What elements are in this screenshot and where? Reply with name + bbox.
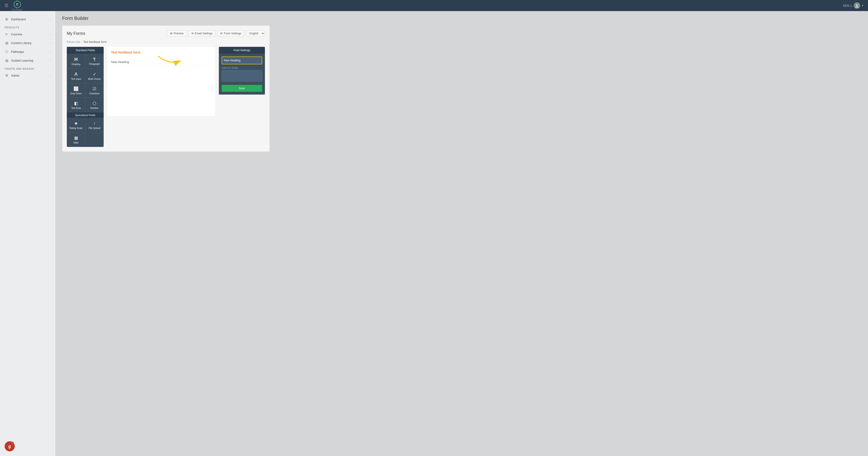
field-item-checkbox[interactable]: ☑ Checkbox	[85, 83, 104, 98]
svg-point-3	[855, 6, 859, 8]
chevron-right-icon: ›	[50, 59, 51, 62]
products-section-label: Products	[0, 24, 55, 30]
sidebar-item-dashboard[interactable]: ⊞ Dashboard ›	[0, 15, 55, 24]
number-field-icon: ⬡	[93, 101, 96, 106]
chevron-right-icon: ›	[50, 74, 51, 77]
table-row: New Heading	[111, 58, 212, 66]
sidebar-item-label: Courses	[11, 32, 22, 36]
email-icon: ✉	[191, 32, 194, 35]
pathways-icon: ⬡	[5, 50, 9, 54]
form-content-area: Standard Fields H Heading ¶ Paragraph A	[67, 47, 265, 147]
chevron-right-icon: ›	[50, 50, 51, 53]
field-settings-header: Field Settings	[219, 47, 265, 54]
field-item-file-upload[interactable]: ↑ File Upload	[85, 118, 104, 133]
sidebar-item-guided-learning[interactable]: ▤ Guided Learning ›	[0, 56, 55, 65]
admin-icon: ⚙	[5, 73, 9, 78]
chevron-right-icon: ›	[50, 33, 51, 35]
preview-icon: 🖥	[170, 32, 173, 35]
specialised-fields-grid: ★ Rating Scale ↑ File Upload ▦ Date	[67, 118, 104, 147]
breadcrumb-separator: /	[81, 40, 82, 44]
logo: C Censeo	[12, 0, 23, 11]
field-item-rating-scale[interactable]: ★ Rating Scale	[67, 118, 85, 133]
language-select[interactable]: English	[246, 30, 265, 37]
standard-fields-grid: H Heading ¶ Paragraph A Text Input ✓	[67, 54, 104, 112]
drop-down-field-icon: ⬜	[73, 86, 79, 91]
standard-fields-header: Standard Fields	[67, 47, 104, 54]
app-body: ⊞ Dashboard › Products ✏ Courses › ▤ Con…	[0, 11, 868, 456]
field-item-paragraph[interactable]: ¶ Paragraph	[85, 54, 104, 68]
sidebar-item-pathways[interactable]: ⬡ Pathways ›	[0, 47, 55, 56]
field-item-drop-down[interactable]: ⬜ Drop Down	[67, 83, 85, 98]
field-item-heading[interactable]: H Heading	[67, 54, 85, 68]
gruntify-notification-dot	[11, 442, 14, 445]
breadcrumb-current: Test feedback form	[83, 40, 106, 44]
sidebar-item-label: Content Library	[11, 41, 32, 45]
nav-right: EDS 1 ▾	[843, 2, 863, 9]
chevron-right-icon: ›	[50, 18, 51, 21]
heading-field-icon: H	[74, 57, 78, 62]
main-content: Form Builder My Forms 🖥 Preview ✉ Email …	[55, 11, 868, 456]
rating-scale-field-icon: ★	[74, 121, 78, 126]
top-navigation: ☰ C Censeo EDS 1 ▾	[0, 0, 868, 11]
breadcrumb-forms-list[interactable]: Forms List	[67, 40, 80, 44]
sidebar-item-courses[interactable]: ✏ Courses ›	[0, 30, 55, 38]
form-settings-button[interactable]: ⚙ Form Settings	[217, 30, 244, 37]
form-title: My Forms	[67, 31, 85, 36]
field-settings-panel: Field Settings Label for Tooltip Save	[219, 47, 265, 94]
file-upload-field-icon: ↑	[94, 121, 96, 126]
content-library-icon: ▤	[5, 41, 9, 45]
tooltip-label: Label for Tooltip	[222, 67, 262, 69]
page-title: Form Builder	[62, 16, 861, 21]
sidebar-item-label: Admin	[11, 74, 20, 77]
avatar[interactable]	[854, 2, 860, 9]
form-canvas: Test feedback form New Heading	[107, 47, 215, 116]
save-button[interactable]: Save	[222, 85, 262, 92]
field-label-input[interactable]	[222, 57, 262, 64]
field-settings-body: Label for Tooltip Save	[219, 54, 265, 94]
svg-point-2	[856, 4, 858, 6]
form-name-label: Test feedback form	[111, 51, 212, 54]
text-input-field-icon: A	[74, 72, 78, 77]
logo-icon: C	[13, 0, 21, 8]
form-header: My Forms 🖥 Preview ✉ Email Settings ⚙ Fo…	[67, 30, 265, 37]
canvas-and-settings: Test feedback form New Heading	[107, 47, 265, 147]
sidebar-item-admin[interactable]: ⚙ Admin ›	[0, 71, 55, 80]
gruntify-badge[interactable]: g	[5, 441, 15, 451]
preview-button[interactable]: 🖥 Preview	[167, 30, 187, 37]
hamburger-menu-icon[interactable]: ☰	[5, 3, 8, 8]
create-manage-section-label: Create and Manage	[0, 65, 55, 71]
chevron-right-icon: ›	[50, 41, 51, 44]
dashboard-icon: ⊞	[5, 17, 9, 21]
nav-left: ☰ C Censeo	[5, 0, 23, 11]
guided-learning-icon: ▤	[5, 58, 9, 62]
gruntify-icon: g	[8, 444, 11, 449]
user-label: EDS 1	[843, 4, 852, 7]
specialised-fields-header: Specialised Fields	[67, 112, 104, 118]
sidebar-item-label: Guided Learning	[11, 59, 33, 62]
tooltip-textarea[interactable]	[222, 70, 262, 82]
sidebar-item-label: Dashboard	[11, 18, 26, 21]
field-item-text-input[interactable]: A Text Input	[67, 68, 85, 83]
checkbox-field-icon: ☑	[93, 86, 96, 91]
form-header-actions: 🖥 Preview ✉ Email Settings ⚙ Form Settin…	[167, 30, 265, 37]
form-builder-wrapper: My Forms 🖥 Preview ✉ Email Settings ⚙ Fo…	[62, 26, 270, 151]
email-settings-button[interactable]: ✉ Email Settings	[188, 30, 216, 37]
user-dropdown-icon[interactable]: ▾	[862, 4, 863, 7]
breadcrumb: Forms List / Test feedback form	[67, 40, 265, 44]
field-item-multi-choice[interactable]: ✓ Multi Choice	[85, 68, 104, 83]
sidebar-item-label: Pathways	[11, 50, 24, 54]
multi-choice-field-icon: ✓	[93, 72, 96, 77]
sidebar: ⊞ Dashboard › Products ✏ Courses › ▤ Con…	[0, 11, 55, 456]
sidebar-item-content-library[interactable]: ▤ Content Library ›	[0, 38, 55, 47]
paragraph-field-icon: ¶	[93, 57, 96, 62]
field-item-date[interactable]: ▦ Date	[67, 133, 85, 147]
settings-icon: ⚙	[220, 32, 223, 35]
logo-text: Censeo	[12, 8, 23, 11]
courses-icon: ✏	[5, 32, 9, 36]
field-item-text-area[interactable]: ◧ Text Area	[67, 98, 85, 112]
svg-text:C: C	[17, 3, 19, 6]
field-item-number[interactable]: ⬡ Number	[85, 98, 104, 112]
text-area-field-icon: ◧	[74, 101, 78, 106]
fields-panel: Standard Fields H Heading ¶ Paragraph A	[67, 47, 104, 147]
date-field-icon: ▦	[74, 135, 78, 140]
